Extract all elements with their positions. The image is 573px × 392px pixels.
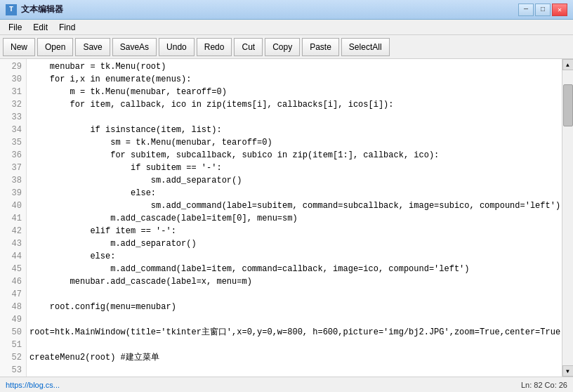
line-number: 38: [0, 174, 26, 187]
code-line: root=htk.MainWindow(title='tkinter主窗口',x…: [29, 326, 559, 339]
code-line: [29, 339, 559, 351]
open-button[interactable]: Open: [37, 38, 73, 56]
line-number: 41: [0, 212, 26, 225]
menu-file[interactable]: File: [3, 21, 27, 34]
code-line: [29, 364, 559, 377]
code-line: m.add_separator(): [29, 237, 559, 250]
save-button[interactable]: Save: [75, 38, 110, 56]
code-line: menubar = tk.Menu(root): [29, 60, 559, 73]
line-number: 35: [0, 136, 26, 149]
menu-find[interactable]: Find: [53, 21, 81, 34]
code-line: else:: [29, 250, 559, 263]
line-number: 51: [0, 339, 26, 351]
line-number: 47: [0, 288, 26, 301]
code-line: [29, 313, 559, 326]
line-number: 45: [0, 263, 26, 275]
code-line: for subitem, subcallback, subico in zip(…: [29, 149, 559, 162]
cut-button[interactable]: Cut: [234, 38, 263, 56]
new-button[interactable]: New: [3, 38, 35, 56]
undo-button[interactable]: Undo: [159, 38, 195, 56]
maximize-button[interactable]: □: [535, 4, 551, 16]
code-line: sm.add_command(label=subitem, command=su…: [29, 200, 559, 212]
line-number: 34: [0, 124, 26, 136]
code-line: sm.add_separator(): [29, 174, 559, 187]
code-line: [29, 288, 559, 301]
line-number: 46: [0, 275, 26, 288]
code-line: m = tk.Menu(menubar, tearoff=0): [29, 86, 559, 98]
line-number: 36: [0, 149, 26, 162]
line-number: 31: [0, 86, 26, 98]
menu-bar: File Edit Find: [0, 20, 573, 35]
toolbar: New Open Save SaveAs Undo Redo Cut Copy …: [0, 35, 573, 59]
status-position: Ln: 82 Co: 26: [521, 381, 567, 389]
code-line: for i,x in enumerate(menus):: [29, 73, 559, 86]
line-number: 53: [0, 364, 26, 377]
editor-area: 2930313233343536373839404142434445464748…: [0, 59, 573, 377]
line-number: 30: [0, 73, 26, 86]
code-content[interactable]: menubar = tk.Menu(root) for i,x in enume…: [27, 59, 562, 377]
code-line: m.add_command(label=item, command=callba…: [29, 263, 559, 275]
code-line: menubar.add_cascade(label=x, menu=m): [29, 275, 559, 288]
app-icon: T: [6, 4, 17, 15]
line-number: 50: [0, 326, 26, 339]
line-number: 44: [0, 250, 26, 263]
close-button[interactable]: ✕: [552, 4, 567, 16]
minimize-button[interactable]: ─: [518, 4, 534, 16]
status-url: https://blog.cs...: [6, 381, 60, 389]
code-line: root.config(menu=menubar): [29, 301, 559, 313]
code-line: sm = tk.Menu(menubar, tearoff=0): [29, 136, 559, 149]
line-number: 33: [0, 111, 26, 124]
line-number: 29: [0, 60, 26, 73]
paste-button[interactable]: Paste: [302, 38, 339, 56]
copy-button[interactable]: Copy: [265, 38, 300, 56]
line-number: 32: [0, 98, 26, 111]
code-line: for item, callback, ico in zip(items[i],…: [29, 98, 559, 111]
status-bar: https://blog.cs... Ln: 82 Co: 26: [0, 377, 573, 392]
line-number: 39: [0, 187, 26, 200]
line-number: 48: [0, 301, 26, 313]
code-line: elif item == '-':: [29, 225, 559, 237]
line-number: 37: [0, 162, 26, 174]
line-number: 49: [0, 313, 26, 326]
code-line: if subitem == '-':: [29, 162, 559, 174]
line-number: 43: [0, 237, 26, 250]
vertical-scrollbar[interactable]: ▲ ▼: [562, 59, 573, 377]
window-controls: ─ □ ✕: [518, 4, 567, 16]
window-title: 文本编辑器: [21, 4, 518, 15]
scroll-thumb[interactable]: [563, 84, 573, 126]
selectall-button[interactable]: SelectAll: [341, 38, 390, 56]
line-number: 40: [0, 200, 26, 212]
code-line: m.add_cascade(label=item[0], menu=sm): [29, 212, 559, 225]
code-line: createMenu2(root) #建立菜单: [29, 351, 559, 364]
title-bar: T 文本编辑器 ─ □ ✕: [0, 0, 573, 20]
code-line: [29, 111, 559, 124]
menu-edit[interactable]: Edit: [27, 21, 53, 34]
line-numbers: 2930313233343536373839404142434445464748…: [0, 59, 27, 377]
code-line: if isinstance(item, list):: [29, 124, 559, 136]
saveas-button[interactable]: SaveAs: [112, 38, 157, 56]
line-number: 42: [0, 225, 26, 237]
line-number: 52: [0, 351, 26, 364]
scroll-down-arrow[interactable]: ▼: [562, 365, 574, 377]
redo-button[interactable]: Redo: [197, 38, 232, 56]
code-line: else:: [29, 187, 559, 200]
scroll-up-arrow[interactable]: ▲: [562, 59, 574, 70]
